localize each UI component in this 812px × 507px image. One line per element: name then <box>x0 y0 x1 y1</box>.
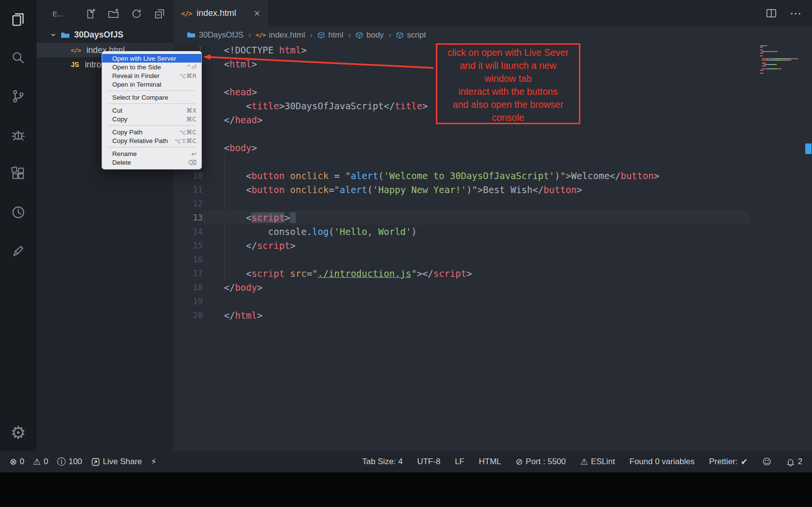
new-file-button[interactable] <box>84 8 96 20</box>
code-line-14[interactable]: 14 console.log('Hello, World') <box>173 225 812 239</box>
annotation-line: and also open the browser <box>437 98 579 111</box>
status-label: UTF-8 <box>417 457 440 467</box>
status-label: 2 <box>798 457 802 467</box>
code-line-9[interactable]: 9 <box>173 155 812 169</box>
code-line-16[interactable]: 16 <box>173 253 812 267</box>
status-label: 0 <box>20 457 24 467</box>
code-line-18[interactable]: 18</body> <box>173 281 812 295</box>
menu-item-label: Open to the Side <box>112 64 186 71</box>
minimap[interactable] <box>760 45 804 74</box>
editor-actions: ⋯ <box>765 0 812 26</box>
close-tab-icon[interactable]: × <box>254 8 260 19</box>
menu-item-reveal-in-finder[interactable]: Reveal in Finder⌥⌘R <box>102 71 201 80</box>
tab-index-html[interactable]: </> index.html × <box>173 0 268 26</box>
annotation-box: click on open with Live Severand it will… <box>436 43 580 124</box>
status-warning-eslint[interactable]: ⚠ESLint <box>580 457 615 467</box>
status-bell-2[interactable]: 2 <box>786 457 802 467</box>
menu-item-rename[interactable]: Rename↩ <box>102 149 201 158</box>
breadcrumb-separator: › <box>310 30 313 40</box>
menu-item-delete[interactable]: Delete⌫ <box>102 158 201 167</box>
status-warning-0[interactable]: ⚠0 <box>33 457 49 467</box>
code-text <box>203 295 749 309</box>
status-tab-size-4[interactable]: Tab Size: 4 <box>362 457 403 467</box>
activity-item-history[interactable] <box>6 200 30 224</box>
activity-item-extensions[interactable] <box>6 162 30 186</box>
breadcrumb-30daysofjs[interactable]: 30DaysOfJS <box>187 30 244 39</box>
explorer-header: E... <box>37 0 173 27</box>
activity-item-edit-session[interactable] <box>6 239 30 263</box>
line-number: 19 <box>173 295 203 309</box>
code-line-17[interactable]: 17 <script src="./introduction.js"></scr… <box>173 267 812 281</box>
refresh-button[interactable] <box>131 8 143 20</box>
code-text: </body> <box>203 281 749 295</box>
folder-row-30daysofjs[interactable]: 30DaysOfJS <box>37 27 173 43</box>
menu-item-shortcut: ⌥⌘C <box>179 129 196 136</box>
code-line-19[interactable]: 19 <box>173 295 812 309</box>
split-editor-icon[interactable] <box>765 7 777 19</box>
line-number: 17 <box>173 267 203 281</box>
more-actions-icon[interactable]: ⋯ <box>790 7 801 20</box>
menu-item-open-in-terminal[interactable]: Open in Terminal <box>102 80 201 89</box>
warning-icon: ⚠ <box>580 457 588 466</box>
activity-item-run-debug[interactable] <box>6 123 30 147</box>
code-line-11[interactable]: 11 <button onclick="alert('Happy New Yea… <box>173 183 812 197</box>
status-lf[interactable]: LF <box>455 457 464 467</box>
breadcrumb-script[interactable]: script <box>396 30 426 39</box>
menu-item-open-to-the-side[interactable]: Open to the Side⌃⏎ <box>102 63 201 71</box>
collapse-all-button[interactable] <box>154 8 166 20</box>
context-menu: Open with Live ServerOpen to the Side⌃⏎R… <box>102 51 202 169</box>
breadcrumb-body[interactable]: body <box>355 30 384 39</box>
menu-item-label: Copy Relative Path <box>112 137 174 144</box>
menu-item-shortcut: ⌃⏎ <box>186 64 196 71</box>
status-prettier[interactable]: Prettier:✔ <box>709 457 748 467</box>
menu-item-copy-relative-path[interactable]: Copy Relative Path⌥⇧⌘C <box>102 136 201 145</box>
tab-label: index.html <box>196 8 236 18</box>
menu-item-copy-path[interactable]: Copy Path⌥⌘C <box>102 128 201 136</box>
annotation-line: window tab <box>437 72 579 85</box>
info-icon: ⓘ <box>57 457 65 466</box>
new-folder-button[interactable] <box>107 8 119 20</box>
code-line-10[interactable]: 10 <button onclick = "alert('Welcome to … <box>173 169 812 183</box>
vscode-window: ⚙ E... 30DaysOfJS </>index.htmlJSintrodu… <box>0 0 812 507</box>
folder-label: 30DaysOfJS <box>74 30 123 40</box>
status-port-port-5500[interactable]: ⊘Port : 5500 <box>516 457 566 467</box>
breadcrumb-html[interactable]: html <box>317 30 343 39</box>
menu-item-copy[interactable]: Copy⌘C <box>102 115 201 123</box>
status-utf-8[interactable]: UTF-8 <box>417 457 440 467</box>
code-line-20[interactable]: 20</html> <box>173 309 812 323</box>
menu-item-label: Select for Compare <box>112 94 196 101</box>
activity-item-search[interactable] <box>6 46 30 70</box>
status-found-0-variables[interactable]: Found 0 variables <box>629 457 694 467</box>
activity-item-settings[interactable]: ⚙ <box>6 421 30 445</box>
status-html[interactable]: HTML <box>479 457 501 467</box>
code-line-8[interactable]: 8<body> <box>173 141 812 155</box>
explorer-title: E... <box>52 10 64 18</box>
code-line-13[interactable]: 13 <script> <box>173 211 812 225</box>
code-text: <body> <box>203 141 749 155</box>
tab-bar: </> index.html × ⋯ <box>173 0 812 26</box>
menu-item-shortcut: ↩ <box>192 150 196 157</box>
menu-item-cut[interactable]: Cut⌘X <box>102 106 201 115</box>
code-line-15[interactable]: 15 </script> <box>173 239 812 253</box>
gear-icon: ⚙ <box>11 424 26 442</box>
breadcrumb-separator: › <box>388 30 392 40</box>
breadcrumb-separator: › <box>348 30 351 40</box>
menu-item-open-with-live-server[interactable]: Open with Live Server <box>102 54 201 63</box>
activity-item-source-control[interactable] <box>6 84 30 108</box>
status-live-share-live-share[interactable]: Live Share <box>91 457 142 467</box>
status-zap[interactable]: ⚡ <box>151 457 157 466</box>
activity-bar: ⚙ <box>0 0 37 472</box>
breadcrumb-index-html[interactable]: </>index.html <box>256 30 305 39</box>
code-line-7[interactable]: 7 <box>173 127 812 141</box>
status-info-100[interactable]: ⓘ100 <box>57 457 82 467</box>
status-smiley[interactable]: ☺ <box>762 457 772 466</box>
activity-item-explorer[interactable] <box>6 7 30 31</box>
menu-separator <box>108 147 196 147</box>
status-error-0[interactable]: ⊗0 <box>10 457 25 467</box>
menu-item-select-for-compare[interactable]: Select for Compare <box>102 93 201 102</box>
line-number: 10 <box>173 169 203 183</box>
menu-item-shortcut: ⌥⇧⌘C <box>174 137 196 144</box>
menu-item-label: Cut <box>112 107 186 114</box>
code-line-12[interactable]: 12 <box>173 197 812 211</box>
status-label: Prettier: <box>709 457 738 467</box>
